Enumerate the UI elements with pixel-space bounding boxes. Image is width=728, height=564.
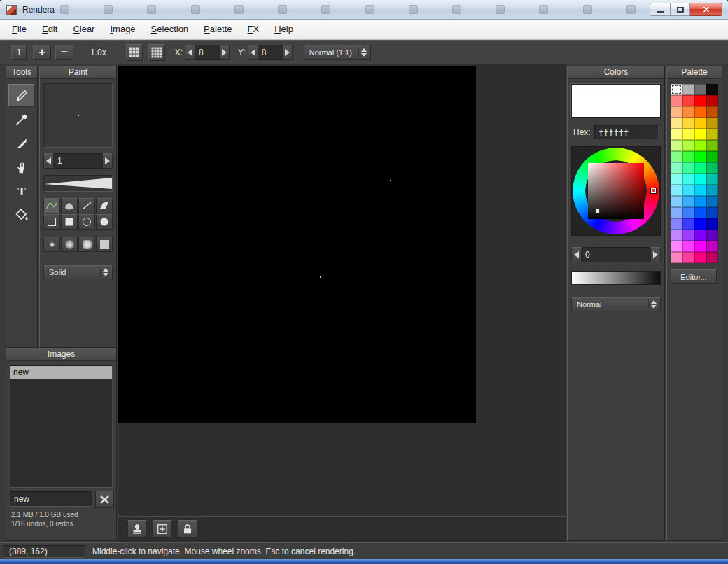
palette-swatch[interactable] [694,162,706,174]
edge-shape-square-outline-button[interactable] [43,214,60,230]
palette-swatch[interactable] [682,196,694,207]
actual-size-button[interactable]: 1 [11,45,27,60]
palette-swatch[interactable] [671,207,682,218]
palette-swatch[interactable] [706,106,718,118]
palette-editor-button[interactable]: Editor... [671,269,717,284]
clone-toggle-button[interactable] [127,520,147,538]
minimize-button[interactable] [650,3,671,16]
palette-swatch[interactable] [706,95,718,106]
palette-swatch[interactable] [706,218,718,230]
image-list-item[interactable]: new [10,366,112,379]
palette-swatch[interactable] [671,140,682,151]
blend-mode-select[interactable]: Normal [571,297,661,311]
canvas[interactable] [118,66,476,423]
palette-swatch[interactable] [682,218,694,230]
trans-gradient-bar[interactable] [571,271,661,285]
grid-snap-icon[interactable] [148,44,165,61]
palette-swatch[interactable] [671,84,682,95]
palette-swatch[interactable] [671,162,682,174]
palette-swatch[interactable] [671,218,682,230]
tool-text-button[interactable]: T [8,179,35,202]
tool-paint-button[interactable] [8,84,35,107]
palette-swatch[interactable] [694,230,706,241]
palette-swatch[interactable] [682,95,694,106]
palette-swatch[interactable] [671,174,682,185]
brush-type-line-button[interactable] [78,198,95,213]
palette-swatch[interactable] [682,207,694,218]
menu-palette[interactable]: Palette [196,20,239,39]
palette-swatch[interactable] [694,118,706,129]
hex-input[interactable]: ffffff [594,125,659,139]
edge-shape-square-filled-button[interactable] [61,214,78,230]
menu-file[interactable]: File [4,20,34,39]
palette-swatch[interactable] [671,106,682,118]
brush-type-polygon-button[interactable] [96,198,113,213]
brush-type-watercolor-button[interactable] [43,198,60,213]
grid-icon[interactable] [126,44,143,61]
close-image-button[interactable] [95,491,114,508]
menu-fx[interactable]: FX [240,20,267,39]
palette-swatch[interactable] [671,185,682,196]
tool-offset-button[interactable] [8,155,35,178]
palette-swatch[interactable] [694,84,706,95]
palette-swatch[interactable] [706,252,718,263]
palette-swatch[interactable] [682,252,694,263]
palette-swatch[interactable] [706,230,718,241]
palette-swatch[interactable] [671,241,682,252]
y-increment-arrow[interactable] [282,45,293,60]
maximize-button[interactable] [671,3,690,16]
palette-swatch[interactable] [694,95,706,106]
palette-swatch[interactable] [694,185,706,196]
view-mode-select[interactable]: Normal (1:1) [304,45,371,60]
size-decrement-arrow[interactable] [43,153,54,169]
color-wheel[interactable] [571,146,661,236]
paint-mode-select[interactable]: Solid [43,265,113,279]
palette-swatch[interactable] [694,129,706,140]
image-name-input[interactable]: new [10,491,92,507]
grid-x-value[interactable]: 8 [195,45,219,60]
grid-y-value[interactable]: 8 [258,45,282,60]
palette-swatch[interactable] [706,162,718,174]
palette-swatch[interactable] [706,207,718,218]
palette-swatch[interactable] [671,196,682,207]
palette-swatch[interactable] [694,218,706,230]
palette-swatch[interactable] [682,84,694,95]
menu-edit[interactable]: Edit [34,20,65,39]
menu-selection[interactable]: Selection [144,20,196,39]
soft-shape-soft-round-square-button[interactable] [78,237,95,252]
x-increment-arrow[interactable] [219,45,230,60]
constrain-toggle-button[interactable] [178,520,197,538]
palette-swatch[interactable] [706,174,718,185]
zoom-in-button[interactable]: + [33,45,51,60]
edge-shape-circle-outline-button[interactable] [78,214,95,230]
palette-swatch[interactable] [694,151,706,162]
brush-size-value[interactable]: 1 [54,153,102,169]
trans-increment-arrow[interactable] [650,247,661,262]
palette-swatch[interactable] [671,252,682,263]
origin-toggle-button[interactable] [153,520,172,538]
palette-swatch[interactable] [706,151,718,162]
palette-swatch[interactable] [682,106,694,118]
palette-swatch[interactable] [671,118,682,129]
palette-swatch[interactable] [694,196,706,207]
palette-swatch[interactable] [671,230,682,241]
palette-swatch[interactable] [694,207,706,218]
palette-swatch[interactable] [706,84,718,95]
palette-swatch[interactable] [682,151,694,162]
edge-shape-circle-filled-button[interactable] [96,214,113,230]
soft-shape-soft-square-button[interactable] [96,237,113,252]
zoom-out-button[interactable]: − [55,45,74,60]
palette-swatch[interactable] [682,230,694,241]
close-button[interactable] [690,3,722,16]
size-increment-arrow[interactable] [102,153,113,169]
tool-knife-button[interactable] [8,132,35,155]
stroke-taper-preview[interactable] [43,175,113,192]
palette-swatch[interactable] [706,129,718,140]
y-decrement-arrow[interactable] [248,45,258,60]
palette-swatch[interactable] [694,140,706,151]
palette-swatch[interactable] [671,129,682,140]
palette-swatch[interactable] [682,162,694,174]
brush-type-chalk-button[interactable] [61,198,78,213]
palette-swatch[interactable] [682,118,694,129]
palette-swatch[interactable] [682,185,694,196]
